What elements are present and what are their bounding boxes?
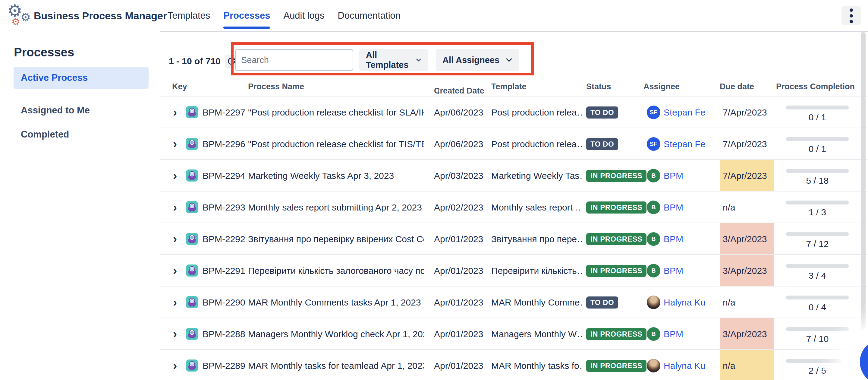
kebab-dot-icon bbox=[849, 14, 853, 18]
column-header-status[interactable]: Status bbox=[586, 82, 611, 91]
assignee-link[interactable]: BPM bbox=[664, 192, 683, 223]
assignee-link[interactable]: Halyna Kudlai bbox=[664, 287, 705, 318]
template-name: Post production relea… bbox=[491, 128, 582, 160]
process-name: Звітування про перевірку ввірених Cost C… bbox=[248, 223, 424, 255]
table-row[interactable]: › BPM-2296 "Post production release chec… bbox=[160, 127, 868, 159]
vertical-scrollbar[interactable] bbox=[861, 32, 866, 378]
sidebar-item-assigned-to-me[interactable]: Assigned to Me bbox=[13, 99, 149, 121]
status-badge: TO DO bbox=[586, 296, 618, 309]
table-row[interactable]: › BPM-2293 Monthly sales report submitti… bbox=[160, 191, 868, 223]
expand-chevron-icon[interactable]: › bbox=[170, 287, 180, 318]
gear-icon: ⚙ bbox=[11, 17, 20, 27]
tab-templates[interactable]: Templates bbox=[167, 0, 210, 31]
assignee-avatar: SF bbox=[647, 137, 660, 151]
table-row[interactable]: › BPM-2297 "Post production release chec… bbox=[160, 96, 868, 127]
table-row[interactable]: › BPM-2289 MAR Monthly tasks for teamlea… bbox=[160, 349, 868, 380]
assignee-avatar: SF bbox=[647, 106, 660, 119]
column-header-due-date[interactable]: Due date bbox=[720, 82, 754, 91]
expand-chevron-icon[interactable]: › bbox=[170, 96, 180, 128]
sidebar-item-completed[interactable]: Completed bbox=[13, 123, 149, 146]
search-input[interactable] bbox=[241, 55, 355, 65]
sidebar-heading: Processes bbox=[14, 46, 74, 59]
tab-audit-logs[interactable]: Audit logs bbox=[283, 0, 324, 31]
assignee-avatar: B bbox=[647, 169, 660, 182]
completion-fraction: 0 / 1 bbox=[786, 144, 849, 154]
due-date-text: 3/Apr/2023 bbox=[723, 266, 767, 276]
due-date-cell: n/a bbox=[720, 350, 774, 380]
status-badge: IN PROGRESS bbox=[586, 233, 647, 245]
completion-fraction: 5 / 18 bbox=[786, 176, 849, 186]
main-content: 1 - 10 of 710 All Templates All Assignee… bbox=[160, 31, 868, 380]
chevron-down-icon bbox=[506, 58, 513, 62]
tab-processes[interactable]: Processes bbox=[223, 0, 270, 31]
expand-chevron-icon[interactable]: › bbox=[170, 255, 180, 287]
sidebar-item-active-process[interactable]: Active Process bbox=[13, 67, 149, 89]
status-badge: IN PROGRESS bbox=[586, 201, 647, 213]
due-date-text: 3/Apr/2023 bbox=[723, 329, 767, 339]
table-row[interactable]: › BPM-2292 Звітування про перевірку ввір… bbox=[160, 223, 868, 254]
assignee-avatar: B bbox=[647, 232, 660, 246]
due-date-cell: n/a bbox=[720, 287, 774, 318]
expand-chevron-icon[interactable]: › bbox=[170, 223, 180, 255]
created-date: Apr/01/2023 bbox=[434, 350, 483, 380]
assignee-link[interactable]: BPM bbox=[664, 223, 683, 255]
process-key: BPM-2290 bbox=[203, 287, 245, 318]
process-app-icon bbox=[186, 233, 198, 245]
column-header-template[interactable]: Template bbox=[491, 82, 527, 91]
due-date-cell: 3/Apr/2023 bbox=[720, 318, 774, 350]
status-badge: TO DO bbox=[586, 107, 618, 119]
assignee-link[interactable]: BPM bbox=[664, 160, 683, 192]
completion-progress-bar bbox=[786, 232, 849, 236]
process-app-icon bbox=[186, 264, 198, 276]
assignee-link[interactable]: BPM bbox=[664, 255, 683, 287]
app-logo-gears-icon: ⚙ ⚙ ⚙ bbox=[7, 1, 34, 30]
process-key: BPM-2297 bbox=[203, 96, 245, 128]
expand-chevron-icon[interactable]: › bbox=[170, 192, 180, 223]
table-body: › BPM-2297 "Post production release chec… bbox=[160, 96, 868, 380]
process-name: MAR Monthly Comments tasks Apr 1, 2023 a… bbox=[248, 287, 424, 318]
overflow-menu-button[interactable] bbox=[841, 6, 861, 25]
due-date-cell: n/a bbox=[720, 192, 774, 223]
process-key: BPM-2293 bbox=[203, 192, 245, 223]
due-date-cell: 3/Apr/2023 bbox=[720, 255, 774, 287]
status-badge: TO DO bbox=[586, 138, 618, 150]
created-date: Apr/01/2023 bbox=[434, 287, 483, 318]
template-name: Звітування про пере… bbox=[491, 223, 582, 255]
table-row[interactable]: › BPM-2294 Marketing Weekly Tasks Apr 3,… bbox=[160, 159, 868, 191]
column-header-process-name[interactable]: Process Name bbox=[248, 82, 304, 91]
completion-fraction: 3 / 4 bbox=[786, 270, 849, 281]
assignee-link[interactable]: Stepan Fedori bbox=[664, 128, 705, 160]
expand-chevron-icon[interactable]: › bbox=[170, 160, 180, 192]
template-name: Post production relea… bbox=[491, 96, 582, 128]
process-app-icon bbox=[186, 359, 198, 372]
completion-progress-bar bbox=[786, 359, 849, 363]
status-badge: IN PROGRESS bbox=[586, 360, 647, 372]
filter-all-assignees[interactable]: All Assignees bbox=[436, 49, 519, 71]
completion-progress-bar bbox=[786, 169, 849, 173]
assignee-link[interactable]: Stepan Fedori bbox=[664, 96, 705, 128]
expand-chevron-icon[interactable]: › bbox=[170, 318, 180, 350]
table-row[interactable]: › BPM-2291 Перевірити кількість залогова… bbox=[160, 254, 868, 286]
due-date-text: 7/Apr/2023 bbox=[723, 107, 767, 118]
table-row[interactable]: › BPM-2288 Managers Monthly Worklog chec… bbox=[160, 318, 868, 349]
tab-documentation[interactable]: Documentation bbox=[338, 0, 401, 31]
table-row[interactable]: › BPM-2290 MAR Monthly Comments tasks Ap… bbox=[160, 286, 868, 318]
filter-all-templates[interactable]: All Templates bbox=[359, 49, 428, 71]
status-badge: IN PROGRESS bbox=[586, 328, 647, 340]
assignee-link[interactable]: Halyna Kudlai bbox=[664, 350, 705, 380]
search-box bbox=[235, 49, 353, 71]
assignee-link[interactable]: BPM bbox=[664, 318, 683, 350]
process-app-icon bbox=[186, 328, 198, 340]
completion-progress-bar bbox=[786, 296, 849, 299]
column-header-key[interactable]: Key bbox=[172, 82, 187, 91]
assignee-avatar bbox=[647, 359, 660, 373]
column-header-process-completion[interactable]: Process Completion bbox=[776, 82, 855, 91]
column-header-assignee[interactable]: Assignee bbox=[644, 82, 680, 91]
due-date-cell: 7/Apr/2023 bbox=[720, 96, 774, 128]
expand-chevron-icon[interactable]: › bbox=[170, 350, 180, 380]
process-name: MAR Monthly tasks for teamlead Apr 1, 20… bbox=[248, 350, 424, 380]
expand-chevron-icon[interactable]: › bbox=[170, 128, 180, 160]
status-badge: IN PROGRESS bbox=[586, 265, 647, 277]
assignee-avatar: B bbox=[647, 327, 660, 341]
process-name: Marketing Weekly Tasks Apr 3, 2023 bbox=[248, 160, 394, 192]
